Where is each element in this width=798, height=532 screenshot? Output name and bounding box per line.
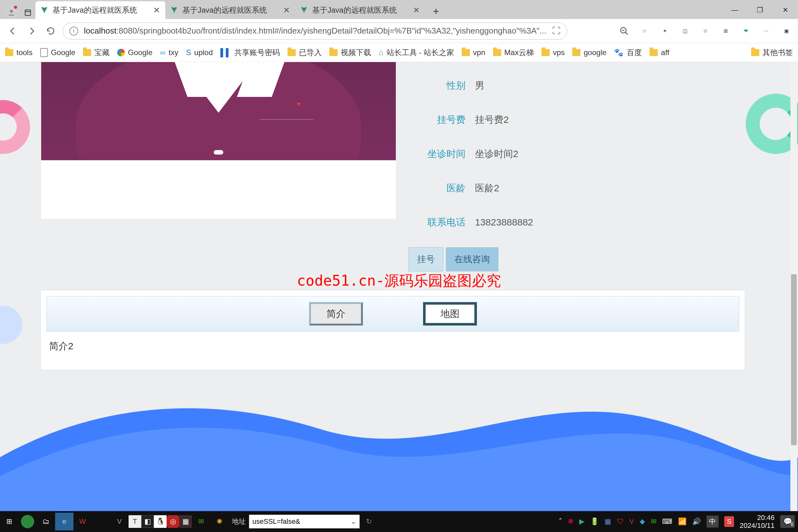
google-icon <box>117 49 125 56</box>
bookmark-item[interactable]: aff <box>649 48 669 57</box>
scrub-badge: ♥ <box>297 100 301 108</box>
tab-title: 基于Java的远程就医系统 <box>312 5 397 15</box>
taskbar-app[interactable]: ◧ <box>141 515 154 528</box>
tray-icon[interactable]: ⌨ <box>662 517 672 526</box>
reload-button[interactable] <box>44 24 58 38</box>
doctor-info: 性别男 挂号费挂号费2 坐诊时间坐诊时间2 医龄医龄2 联系电话13823888… <box>408 69 681 271</box>
close-icon[interactable]: ✕ <box>413 5 420 15</box>
bookmark-item[interactable]: 已导入 <box>287 48 322 58</box>
bookmark-item[interactable]: 视频下载 <box>329 48 371 58</box>
taskbar-app[interactable]: ◎ <box>167 515 179 528</box>
chrome-icon[interactable] <box>92 513 110 530</box>
bookmark-item[interactable]: Max云梯 <box>493 48 534 58</box>
svg-line-4 <box>625 32 628 35</box>
tray-icon[interactable]: ▶ <box>579 517 585 526</box>
more-icon[interactable]: ⋯ <box>760 25 772 37</box>
bookmark-item[interactable]: ∞txy <box>160 48 178 57</box>
site-info-icon[interactable]: i <box>69 26 78 36</box>
taskbar-url-field[interactable]: useSSL=false& ⌄ <box>249 515 360 529</box>
bookmark-item[interactable]: vpn <box>462 48 486 57</box>
taskbar-app[interactable]: V <box>110 513 129 530</box>
bookmark-item[interactable]: vps <box>542 48 565 57</box>
bookmark-item[interactable]: 🐾百度 <box>614 48 642 58</box>
taskbar-app[interactable]: T <box>129 515 141 528</box>
clock[interactable]: 20:46 2024/10/11 <box>740 514 775 530</box>
browser-tab[interactable]: 基于Java的远程就医系统 ✕ <box>165 1 295 19</box>
edge-icon[interactable]: e <box>55 513 74 530</box>
close-icon[interactable]: ✕ <box>153 5 160 15</box>
tray-icon[interactable]: ◆ <box>640 517 645 526</box>
close-window-button[interactable]: ✕ <box>773 1 798 19</box>
vue-favicon <box>300 6 308 14</box>
browser-tab[interactable]: 基于Java的远程就医系统 ✕ <box>295 1 425 19</box>
back-button[interactable] <box>6 24 20 38</box>
tab-strip: 基于Java的远程就医系统 ✕ 基于Java的远程就医系统 ✕ 基于Java的远… <box>36 0 444 19</box>
tab-intro[interactable]: 简介 <box>309 302 363 325</box>
bookmark-overflow[interactable]: 其他书签 <box>751 48 793 58</box>
tray-icon[interactable]: ▦ <box>605 517 611 526</box>
collections-icon[interactable]: ⊞ <box>720 25 732 37</box>
taskbar-app[interactable]: 🐧 <box>154 515 167 528</box>
file-explorer-icon[interactable]: 🗂 <box>37 513 55 530</box>
carousel-indicator[interactable] <box>214 150 223 154</box>
close-icon[interactable]: ✕ <box>283 5 290 15</box>
favorites-list-icon[interactable]: ✩ <box>699 25 711 37</box>
register-button[interactable]: 挂号 <box>408 247 443 271</box>
bookmark-label: vps <box>553 48 565 57</box>
bookmark-item[interactable]: ▌▌共享账号密码 <box>221 48 280 58</box>
tray-chevron-up-icon[interactable]: ˄ <box>558 517 562 526</box>
forward-button[interactable] <box>25 24 39 38</box>
taskbar-url-value: useSSL=false& <box>252 517 300 526</box>
ime-indicator[interactable]: 中 <box>706 515 719 528</box>
scrollbar[interactable] <box>791 62 797 511</box>
bookmark-label: txy <box>169 48 178 57</box>
tray-icon[interactable]: 🛡 <box>617 517 624 526</box>
heart-icon[interactable]: ❤ <box>740 25 752 37</box>
tray-icon[interactable]: ❋ <box>568 517 573 526</box>
scrollbar-thumb[interactable] <box>791 274 797 445</box>
sidebar-toggle-icon[interactable]: ▣ <box>780 25 792 37</box>
notifications-button[interactable]: 💬6 <box>780 515 795 528</box>
extensions-icon[interactable]: ✶ <box>659 25 671 37</box>
folder-icon <box>287 49 296 56</box>
footer-wave <box>0 375 798 511</box>
start-button[interactable]: ⊞ <box>0 513 18 530</box>
bookmark-item[interactable]: Ѕuplod <box>186 48 213 57</box>
bookmark-item[interactable]: Google <box>40 48 75 57</box>
taskbar-app[interactable]: W <box>74 513 92 530</box>
reader-icon[interactable]: ⛶ <box>552 26 560 36</box>
tray-icon[interactable]: V <box>629 517 634 526</box>
refresh-small-icon[interactable]: ↻ <box>360 513 378 530</box>
bookmark-label: uplod <box>194 48 213 57</box>
maximize-button[interactable]: ❐ <box>747 1 773 19</box>
tray-icon[interactable]: 📶 <box>678 517 686 526</box>
minimize-button[interactable]: ― <box>722 1 747 19</box>
taskbar-app[interactable]: ▦ <box>179 515 192 528</box>
tab-map[interactable]: 地图 <box>423 302 477 325</box>
svg-point-0 <box>10 10 13 13</box>
bookmark-item[interactable]: ⌂站长工具 - 站长之家 <box>379 48 454 58</box>
tray-icon[interactable]: 🔊 <box>692 517 701 526</box>
new-tab-button[interactable]: + <box>428 3 444 19</box>
field-value: 13823888882 <box>475 217 533 228</box>
split-icon[interactable]: ◫ <box>679 25 691 37</box>
browser-tab[interactable]: 基于Java的远程就医系统 ✕ <box>36 1 165 19</box>
bookmark-item[interactable]: Google <box>117 48 152 57</box>
url-input[interactable]: i localhost:8080/springboot4b2uo/front/d… <box>63 22 567 40</box>
bookmark-item[interactable]: 宝藏 <box>83 48 110 58</box>
consult-button[interactable]: 在线咨询 <box>446 247 498 271</box>
zoom-icon[interactable] <box>618 25 630 37</box>
bookmark-item[interactable]: google <box>572 48 606 57</box>
ime-icon[interactable]: S <box>724 516 734 527</box>
tray-icon[interactable]: ✉ <box>651 517 657 526</box>
taskbar-app[interactable] <box>21 515 34 528</box>
tray-icon[interactable]: 🔋 <box>590 517 599 526</box>
favorite-icon[interactable]: ☆ <box>639 25 650 37</box>
tab-actions-button[interactable] <box>21 6 34 19</box>
bookmark-label: tools <box>17 48 33 57</box>
wechat-icon[interactable]: ✉ <box>192 513 210 530</box>
bookmark-item[interactable]: tools <box>5 48 33 57</box>
taskbar-app[interactable]: ✺ <box>210 513 229 530</box>
site-icon: ⌂ <box>379 48 383 57</box>
chevron-down-icon[interactable]: ⌄ <box>350 517 356 526</box>
